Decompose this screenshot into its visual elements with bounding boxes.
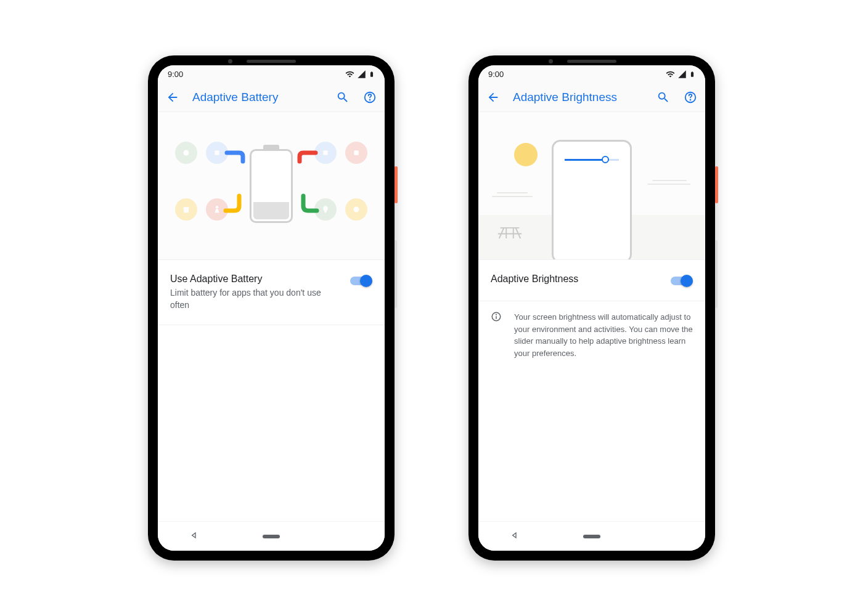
- phone-speaker: [567, 60, 616, 63]
- nav-home[interactable]: [583, 535, 600, 538]
- svg-rect-6: [354, 150, 359, 155]
- setting-row-adaptive-battery[interactable]: Use Adaptive Battery Limit battery for a…: [158, 260, 385, 325]
- nav-bar: [158, 521, 385, 551]
- setting-title: Adaptive Brightness: [491, 274, 661, 285]
- status-bar: 9:00: [478, 65, 705, 83]
- help-icon: [684, 91, 697, 104]
- info-row: Your screen brightness will automaticall…: [478, 301, 705, 369]
- info-text: Your screen brightness will automaticall…: [514, 311, 693, 359]
- content-area: Adaptive Brightness Your screen brightne…: [478, 260, 705, 521]
- search-button[interactable]: [656, 90, 671, 105]
- svg-point-12: [496, 314, 497, 315]
- toggle-adaptive-brightness[interactable]: [671, 275, 693, 287]
- svg-point-2: [184, 150, 189, 156]
- app-bar: Adaptive Battery: [158, 83, 385, 112]
- search-button[interactable]: [335, 90, 350, 105]
- nav-bar: [478, 521, 705, 551]
- mini-phone-graphic: [552, 140, 632, 260]
- help-button[interactable]: [362, 90, 377, 105]
- phone-frame-right: 9:00 Adaptive Brightness: [468, 55, 715, 561]
- back-button[interactable]: [165, 90, 180, 105]
- picnic-table-graphic: [496, 225, 524, 240]
- svg-point-7: [354, 207, 359, 213]
- hero-illustration-battery: [158, 112, 385, 260]
- wifi-icon: [666, 70, 675, 79]
- triangle-back-icon: [510, 530, 520, 540]
- battery-graphic: [250, 149, 293, 223]
- status-icons: [666, 70, 695, 79]
- search-icon: [336, 91, 350, 104]
- help-button[interactable]: [683, 90, 698, 105]
- setting-row-adaptive-brightness[interactable]: Adaptive Brightness: [478, 260, 705, 301]
- signal-icon: [677, 70, 687, 79]
- svg-point-9: [690, 99, 691, 100]
- nav-back[interactable]: [510, 530, 520, 543]
- arrow-back-icon: [166, 91, 179, 104]
- app-bar: Adaptive Brightness: [478, 83, 705, 112]
- wifi-icon: [345, 70, 354, 79]
- phone-sensor: [549, 59, 553, 63]
- info-icon: [491, 311, 502, 322]
- svg-point-4: [216, 206, 219, 209]
- page-title: Adaptive Brightness: [513, 91, 644, 104]
- nav-home[interactable]: [263, 535, 280, 538]
- nav-back[interactable]: [189, 530, 199, 543]
- sun-graphic: [514, 143, 538, 166]
- help-icon: [363, 91, 377, 104]
- search-icon: [656, 91, 670, 104]
- arrow-back-icon: [486, 91, 500, 104]
- toggle-adaptive-battery[interactable]: [350, 275, 372, 287]
- hero-illustration-brightness: [478, 112, 705, 260]
- status-icons: [345, 70, 375, 79]
- phone-sensor: [228, 59, 232, 63]
- triangle-back-icon: [189, 530, 199, 540]
- power-button[interactable]: [715, 166, 718, 203]
- screen-left: 9:00 Adaptive Battery: [158, 65, 385, 551]
- battery-icon: [369, 70, 375, 79]
- screen-right: 9:00 Adaptive Brightness: [478, 65, 705, 551]
- status-time: 9:00: [488, 70, 504, 79]
- signal-icon: [357, 70, 366, 79]
- svg-rect-3: [215, 150, 219, 155]
- battery-icon: [689, 70, 695, 79]
- power-button[interactable]: [395, 166, 398, 203]
- content-area: Use Adaptive Battery Limit battery for a…: [158, 260, 385, 521]
- svg-rect-5: [323, 150, 328, 155]
- page-title: Adaptive Battery: [192, 91, 323, 104]
- volume-button[interactable]: [715, 240, 718, 308]
- back-button[interactable]: [486, 90, 501, 105]
- svg-point-1: [370, 99, 370, 100]
- status-time: 9:00: [168, 70, 183, 79]
- volume-button[interactable]: [395, 240, 397, 308]
- phone-speaker: [247, 60, 296, 63]
- status-bar: 9:00: [158, 65, 385, 83]
- setting-title: Use Adaptive Battery: [170, 274, 340, 285]
- setting-subtitle: Limit battery for apps that you don't us…: [170, 287, 340, 311]
- phone-frame-left: 9:00 Adaptive Battery: [148, 55, 395, 561]
